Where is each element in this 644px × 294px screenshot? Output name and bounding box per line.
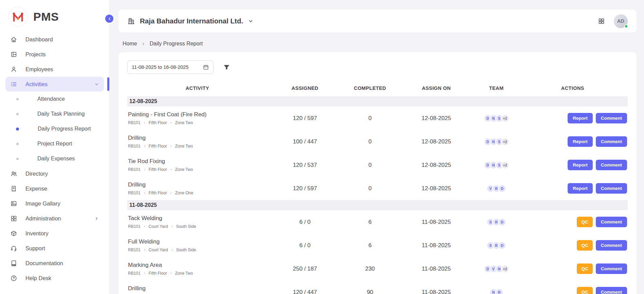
activity-name: Drilling [128, 135, 264, 141]
assigned-value: 120 / 447 [268, 289, 343, 294]
assigned-value: 120 / 537 [268, 162, 343, 169]
activity-name: Painting - First Coat (Fire Red) [128, 111, 264, 118]
team-avatar[interactable]: R [495, 288, 503, 294]
breadcrumb: Home Daily Progress Report [123, 41, 637, 47]
team-avatars: VRD [475, 184, 517, 193]
sidebar-item-documentation[interactable]: Documentation [5, 256, 104, 271]
sidebar-item-activities[interactable]: Activities [5, 77, 104, 92]
breadcrumb-home[interactable]: Home [123, 41, 137, 47]
activity-path: RB101Court YardSouth Side [128, 248, 264, 252]
sidebar-nav: DashboardProjectsEmployeesActivitiesAtte… [0, 31, 109, 286]
qc-button[interactable]: QC [577, 287, 592, 294]
activity-path: RB101Fifth FloorZone Two [128, 167, 264, 172]
comment-button[interactable]: Comment [596, 183, 627, 194]
breadcrumb-current: Daily Progress Report [150, 41, 203, 47]
team-more-badge[interactable]: +2 [501, 114, 509, 122]
chevron-right-icon [169, 168, 173, 171]
sidebar-item-administration[interactable]: Administration [5, 211, 104, 226]
sidebar-item-employees[interactable]: Employees [5, 62, 104, 77]
team-more-badge[interactable]: +2 [501, 265, 509, 273]
comment-button[interactable]: Comment [596, 287, 627, 294]
comment-button[interactable]: Comment [596, 217, 627, 227]
report-button[interactable]: Report [568, 160, 593, 170]
team-avatar[interactable]: D [498, 184, 506, 193]
team-avatars: DNS+2 [475, 114, 517, 122]
chevron-right-icon [94, 216, 99, 221]
sidebar-item-image-gallary[interactable]: Image Gallary [5, 196, 104, 211]
team-avatar[interactable]: D [498, 218, 506, 226]
activity-row: Full WeldingRB101Court YardSouth Side6 /… [127, 234, 628, 257]
directory-icon [10, 170, 17, 177]
group-date-header: 11-08-2025 [127, 200, 628, 210]
user-avatar[interactable]: AD [614, 14, 628, 28]
chevron-right-icon [143, 191, 146, 195]
support-icon [10, 245, 17, 252]
comment-button[interactable]: Comment [596, 113, 627, 123]
sidebar-item-directory[interactable]: Directory [5, 166, 104, 181]
content-card: 11-08-2025 to 16-08-2025 ACTIVITY ASSIGN… [118, 52, 637, 294]
sidebar-subitem-daily-task-planning[interactable]: Daily Task Planning [5, 106, 104, 121]
sidebar-item-label: Activities [25, 81, 48, 87]
completed-value: 6 [343, 242, 398, 249]
bullet-icon [16, 98, 19, 100]
date-range-input[interactable]: 11-08-2025 to 16-08-2025 [127, 60, 214, 74]
sidebar-subitem-daily-progress-report[interactable]: Daily Progress Report [5, 121, 104, 136]
chevron-down-icon [94, 82, 99, 87]
sidebar-item-support[interactable]: Support [5, 241, 104, 256]
comment-button[interactable]: Comment [596, 160, 627, 170]
report-button[interactable]: Report [568, 113, 593, 123]
sidebar-subitem-label: Attendance [37, 96, 65, 102]
sidebar-subitem-label: Daily Progress Report [38, 126, 91, 132]
sidebar: PMS DashboardProjectsEmployeesActivities… [0, 0, 110, 294]
help-icon [10, 275, 17, 282]
chevron-right-icon [143, 144, 146, 148]
completed-value: 0 [343, 185, 398, 192]
sidebar-item-label: Administration [25, 215, 61, 222]
qc-button[interactable]: QC [577, 240, 592, 251]
chevron-right-icon [143, 272, 146, 275]
sidebar-item-help-desk[interactable]: Help Desk [5, 271, 104, 286]
sidebar-subitem-project-report[interactable]: Project Report [5, 136, 104, 151]
app-logo[interactable]: PMS [0, 0, 109, 31]
sidebar-subitem-daily-expenses[interactable]: Daily Expenses [5, 151, 104, 166]
team-avatar[interactable]: D [498, 241, 506, 250]
col-assigned: ASSIGNED [268, 85, 343, 91]
assign-on-value: 11-08-2025 [398, 219, 475, 226]
report-button[interactable]: Report [568, 183, 593, 194]
filter-button[interactable] [223, 64, 230, 71]
topbar-right: AD [598, 14, 628, 28]
sidebar-subitem-attendance[interactable]: Attendance [5, 92, 104, 106]
app-name: PMS [33, 10, 59, 23]
table-body: 12-08-2025Painting - First Coat (Fire Re… [127, 96, 628, 294]
chevron-right-icon [170, 225, 174, 228]
qc-button[interactable]: QC [577, 263, 592, 274]
comment-button[interactable]: Comment [596, 263, 627, 274]
assigned-value: 6 / 0 [268, 219, 343, 226]
comment-button[interactable]: Comment [596, 136, 627, 147]
sidebar-collapse-button[interactable] [104, 14, 114, 24]
qc-button[interactable]: QC [577, 217, 592, 227]
sidebar-item-expense[interactable]: Expense [5, 181, 104, 196]
sidebar-item-inventory[interactable]: Inventory [5, 226, 104, 241]
chevron-right-icon [143, 248, 146, 252]
group-date-header: 12-08-2025 [127, 96, 628, 106]
team-more-badge[interactable]: +2 [501, 138, 509, 146]
company-name: Raja Bahadur International Ltd. [140, 17, 243, 25]
company-selector[interactable]: Raja Bahadur International Ltd. [127, 17, 254, 25]
row-actions: ReportComment [518, 183, 628, 194]
sidebar-item-projects[interactable]: Projects [5, 47, 104, 62]
col-activity: ACTIVITY [127, 85, 268, 91]
row-actions: ReportComment [518, 160, 628, 170]
comment-button[interactable]: Comment [596, 240, 627, 251]
activity-row: Tack WeldingRB101Court YardSouth Side6 /… [127, 210, 628, 234]
activity-row: Painting - First Coat (Fire Red)RB101Fif… [127, 106, 628, 130]
report-button[interactable]: Report [568, 136, 593, 147]
sidebar-item-label: Help Desk [25, 275, 51, 281]
row-actions: QCComment [518, 240, 628, 251]
sidebar-item-dashboard[interactable]: Dashboard [5, 32, 104, 47]
activity-path: RB101Fifth FloorZone Two [128, 120, 264, 125]
completed-value: 0 [343, 115, 398, 122]
team-more-badge[interactable]: +2 [501, 161, 509, 169]
apps-grid-button[interactable] [598, 18, 605, 25]
path-segment: Fifth Floor [149, 144, 167, 149]
